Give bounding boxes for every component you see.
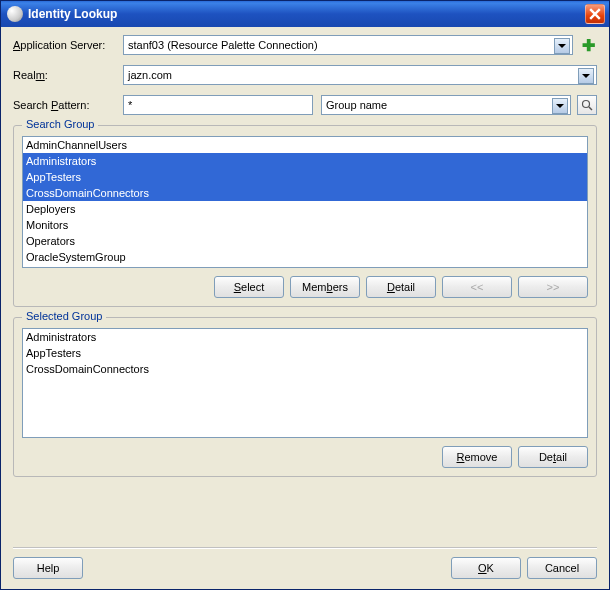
close-button[interactable]	[585, 4, 605, 24]
close-icon	[589, 8, 601, 20]
list-item[interactable]: CrossDomainConnectors	[23, 185, 587, 201]
selected-group-fieldset: Selected Group AdministratorsAppTestersC…	[13, 317, 597, 477]
realm-label: Realm:	[13, 69, 123, 81]
search-button[interactable]	[577, 95, 597, 115]
svg-point-0	[583, 101, 590, 108]
cancel-button[interactable]: Cancel	[527, 557, 597, 579]
selected-group-buttons: Remove Detail	[22, 446, 588, 468]
add-server-button[interactable]: ✚	[579, 36, 597, 54]
search-pattern-row: Search Pattern: * Group name	[13, 95, 597, 115]
chevron-down-icon	[556, 104, 564, 108]
app-server-label: Application Server:	[13, 39, 123, 51]
search-pattern-value: *	[128, 97, 132, 113]
svg-line-1	[589, 107, 592, 110]
search-group-legend: Search Group	[22, 118, 98, 130]
realm-value: jazn.com	[128, 67, 172, 83]
list-item[interactable]: Deployers	[23, 201, 587, 217]
window-title: Identity Lookup	[28, 7, 585, 21]
chevron-down-icon	[582, 74, 590, 78]
plus-icon: ✚	[582, 36, 595, 55]
app-server-select[interactable]: stanf03 (Resource Palette Connection)	[123, 35, 573, 55]
search-criteria-select[interactable]: Group name	[321, 95, 571, 115]
members-button[interactable]: Members	[290, 276, 360, 298]
list-item[interactable]: Administrators	[23, 153, 587, 169]
chevron-down-icon	[558, 44, 566, 48]
prev-page-button: <<	[442, 276, 512, 298]
app-icon	[7, 6, 23, 22]
realm-row: Realm: jazn.com	[13, 65, 597, 85]
list-item[interactable]: AppTesters	[23, 345, 587, 361]
list-item[interactable]: Operators	[23, 233, 587, 249]
list-item[interactable]: Monitors	[23, 217, 587, 233]
search-pattern-input[interactable]: *	[123, 95, 313, 115]
search-pattern-label: Search Pattern:	[13, 99, 123, 111]
ok-button[interactable]: OK	[451, 557, 521, 579]
selected-group-legend: Selected Group	[22, 310, 106, 322]
footer-divider	[13, 547, 597, 549]
search-criteria-value: Group name	[326, 97, 387, 113]
detail-button[interactable]: Detail	[366, 276, 436, 298]
list-item[interactable]: Administrators	[23, 329, 587, 345]
selected-detail-button[interactable]: Detail	[518, 446, 588, 468]
app-server-row: Application Server: stanf03 (Resource Pa…	[13, 35, 597, 55]
help-button[interactable]: Help	[13, 557, 83, 579]
search-group-buttons: Select Members Detail << >>	[22, 276, 588, 298]
list-item[interactable]: AdminChannelUsers	[23, 137, 587, 153]
search-icon	[581, 99, 593, 111]
list-item[interactable]: CrossDomainConnectors	[23, 361, 587, 377]
remove-button[interactable]: Remove	[442, 446, 512, 468]
dialog-footer: Help OK Cancel	[13, 557, 597, 579]
search-group-fieldset: Search Group AdminChannelUsersAdministra…	[13, 125, 597, 307]
select-button[interactable]: Select	[214, 276, 284, 298]
selected-group-listbox[interactable]: AdministratorsAppTestersCrossDomainConne…	[22, 328, 588, 438]
list-item[interactable]: AppTesters	[23, 169, 587, 185]
realm-select[interactable]: jazn.com	[123, 65, 597, 85]
search-group-listbox[interactable]: AdminChannelUsersAdministratorsAppTester…	[22, 136, 588, 268]
list-item[interactable]: OracleSystemGroup	[23, 249, 587, 265]
titlebar: Identity Lookup	[1, 1, 609, 27]
app-server-value: stanf03 (Resource Palette Connection)	[128, 37, 318, 53]
next-page-button: >>	[518, 276, 588, 298]
dialog-window: Identity Lookup Application Server: stan…	[0, 0, 610, 590]
